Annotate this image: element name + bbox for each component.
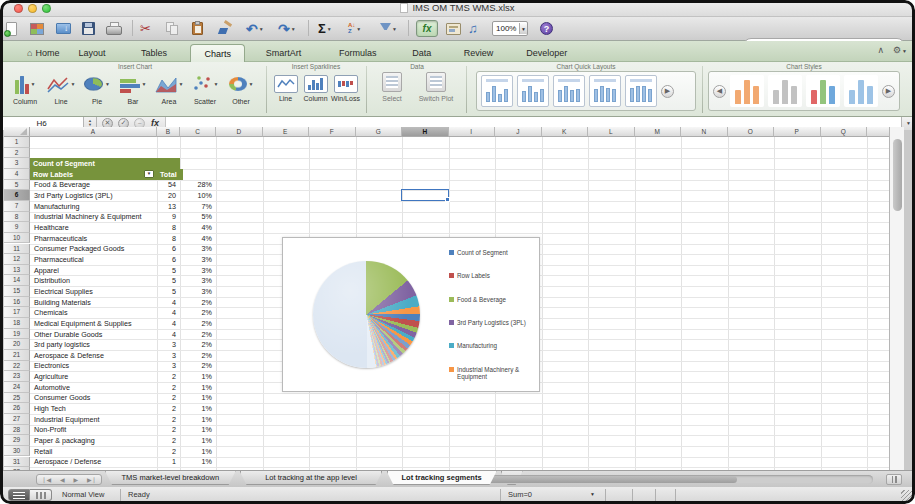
insert-chart-area-button[interactable]: ▼Area <box>150 72 188 105</box>
tab-smartart[interactable]: SmartArt <box>253 44 315 62</box>
row-header-28[interactable]: 28 <box>4 425 30 436</box>
column-header-N[interactable]: N <box>681 127 728 137</box>
paste-icon[interactable] <box>192 19 203 38</box>
pivot-row-label[interactable]: Pharmaceutical <box>31 254 155 265</box>
row-header-26[interactable]: 26 <box>4 403 30 414</box>
autosum-button[interactable]: Σ▼ <box>318 19 332 38</box>
chart-style-thumb[interactable] <box>806 75 840 107</box>
sheet-grid[interactable]: ABCDEFGHIJKLMNOPQ 1234567891011121314151… <box>4 127 889 470</box>
pivot-pct-cell[interactable]: 1% <box>181 414 215 425</box>
new-document-icon[interactable] <box>6 19 17 38</box>
pivot-count-cell[interactable]: 5 <box>157 286 179 297</box>
insert-chart-column-button[interactable]: ▼Column <box>6 72 44 105</box>
pivot-row-label[interactable]: Healthcare <box>31 222 155 233</box>
row-header-31[interactable]: 31 <box>4 457 30 468</box>
chart-style-thumb[interactable] <box>768 75 802 107</box>
selected-cell[interactable] <box>401 189 449 201</box>
pivot-count-cell[interactable]: 2 <box>157 393 179 404</box>
pivot-count-cell[interactable]: 2 <box>157 371 179 382</box>
column-header-L[interactable]: L <box>588 127 635 137</box>
row-header-2[interactable]: 2 <box>4 148 30 159</box>
tab-home[interactable]: ⌂Home <box>14 44 72 62</box>
toolbox-icon[interactable] <box>446 19 461 38</box>
column-header-C[interactable]: C <box>180 127 216 137</box>
pivot-pct-cell[interactable]: 2% <box>181 339 215 350</box>
legend-item[interactable]: Food & Beverage <box>449 296 535 304</box>
row-header-29[interactable]: 29 <box>4 435 30 446</box>
column-header-G[interactable]: G <box>356 127 403 137</box>
format-painter-icon[interactable] <box>218 19 232 38</box>
pivot-row-label[interactable]: Paper & packaging <box>31 435 155 446</box>
pivot-pct-cell[interactable]: 3% <box>181 254 215 265</box>
pivot-count-cell[interactable]: 54 <box>157 180 179 191</box>
row-header-14[interactable]: 14 <box>4 275 30 286</box>
pivot-count-cell[interactable]: 4 <box>157 307 179 318</box>
pivot-pct-cell[interactable]: 5% <box>181 212 215 223</box>
legend-item[interactable]: Count of Segment <box>449 249 535 257</box>
row-header-1[interactable]: 1 <box>4 137 30 148</box>
row-header-25[interactable]: 25 <box>4 393 30 404</box>
pivot-row-label[interactable]: High Tech <box>31 403 155 414</box>
row-header-13[interactable]: 13 <box>4 265 30 276</box>
row-header-7[interactable]: 7 <box>4 201 30 212</box>
pivot-pct-cell[interactable]: 1% <box>181 382 215 393</box>
sort-button[interactable]: A↓Z▼ <box>348 19 361 38</box>
pivot-pct-cell[interactable]: 1% <box>181 457 215 468</box>
row-header-16[interactable]: 16 <box>4 297 30 308</box>
pivot-row-label[interactable]: Pharmaceuticals <box>31 233 155 244</box>
pivot-row-label[interactable]: Chemicals <box>31 307 155 318</box>
pivot-pct-cell[interactable]: 28% <box>181 180 215 191</box>
pivot-count-cell[interactable]: 20 <box>157 190 179 201</box>
pivot-row-label[interactable]: 3rd party logistics <box>31 339 155 350</box>
row-header-5[interactable]: 5 <box>4 180 30 191</box>
sheet-tab[interactable]: TMS market-level breakdown <box>105 471 236 485</box>
undo-button[interactable]: ↶▼ <box>246 19 264 38</box>
row-header-8[interactable]: 8 <box>4 212 30 223</box>
pivot-pct-cell[interactable]: 1% <box>181 425 215 436</box>
pivot-pct-cell[interactable]: 10% <box>181 190 215 201</box>
column-header-J[interactable]: J <box>495 127 542 137</box>
select-all-corner[interactable] <box>4 127 30 137</box>
page-layout-view-button[interactable] <box>30 489 52 501</box>
pivot-title-cell[interactable]: Count of Segment <box>30 158 180 169</box>
collapse-ribbon-icon[interactable]: ∧ <box>877 45 884 55</box>
pivot-row-label[interactable]: Consumer Packaged Goods <box>31 244 155 255</box>
pivot-pct-cell[interactable]: 2% <box>181 318 215 329</box>
pivot-pct-cell[interactable]: 1% <box>181 371 215 382</box>
row-header-24[interactable]: 24 <box>4 382 30 393</box>
column-header-A[interactable]: A <box>30 127 157 137</box>
column-header-F[interactable]: F <box>309 127 356 137</box>
row-header-6[interactable]: 6 <box>4 190 30 201</box>
pivot-count-cell[interactable]: 4 <box>157 329 179 340</box>
column-header-B[interactable]: B <box>157 127 180 137</box>
column-header-O[interactable]: O <box>728 127 775 137</box>
quick-layouts-next-icon[interactable]: ▶ <box>661 85 674 98</box>
pivot-count-cell[interactable]: 8 <box>157 233 179 244</box>
data-switch-plot-button[interactable]: Switch Plot <box>416 72 456 102</box>
tab-tables[interactable]: Tables <box>128 44 180 62</box>
pivot-row-label[interactable]: Retail <box>31 446 155 457</box>
pivot-pct-cell[interactable]: 2% <box>181 297 215 308</box>
tab-developer[interactable]: Developer <box>513 44 580 62</box>
pivot-count-cell[interactable]: 2 <box>157 435 179 446</box>
pivot-pct-cell[interactable]: 1% <box>181 435 215 446</box>
chart-styles-next-icon[interactable]: ▶ <box>882 85 895 98</box>
tab-formulas[interactable]: Formulas <box>326 44 390 62</box>
horizontal-scrollbar-thumb[interactable] <box>487 476 737 483</box>
horizontal-scrollbar[interactable] <box>483 475 873 484</box>
sum-menu-icon[interactable]: ▼ <box>590 491 595 497</box>
legend-item[interactable]: 3rd Party Logistics (3PL) <box>449 319 535 327</box>
pivot-pct-cell[interactable]: 3% <box>181 265 215 276</box>
pivot-row-label[interactable]: Distribution <box>31 275 155 286</box>
pivot-count-cell[interactable]: 5 <box>157 275 179 286</box>
insert-chart-pie-button[interactable]: ▼Pie <box>78 72 116 105</box>
ribbon-settings-icon[interactable]: ⚙▼ <box>893 45 907 55</box>
pivot-pct-cell[interactable]: 2% <box>181 361 215 372</box>
prev-sheet-icon[interactable]: ◀ <box>60 476 65 483</box>
pivot-row-label[interactable]: Electronics <box>31 361 155 372</box>
row-header-3[interactable]: 3 <box>4 158 30 169</box>
insert-chart-bar-button[interactable]: ▼Bar <box>114 72 152 105</box>
insert-chart-line-button[interactable]: ▼Line <box>42 72 80 105</box>
row-header-21[interactable]: 21 <box>4 350 30 361</box>
pivot-pct-cell[interactable]: 1% <box>181 446 215 457</box>
